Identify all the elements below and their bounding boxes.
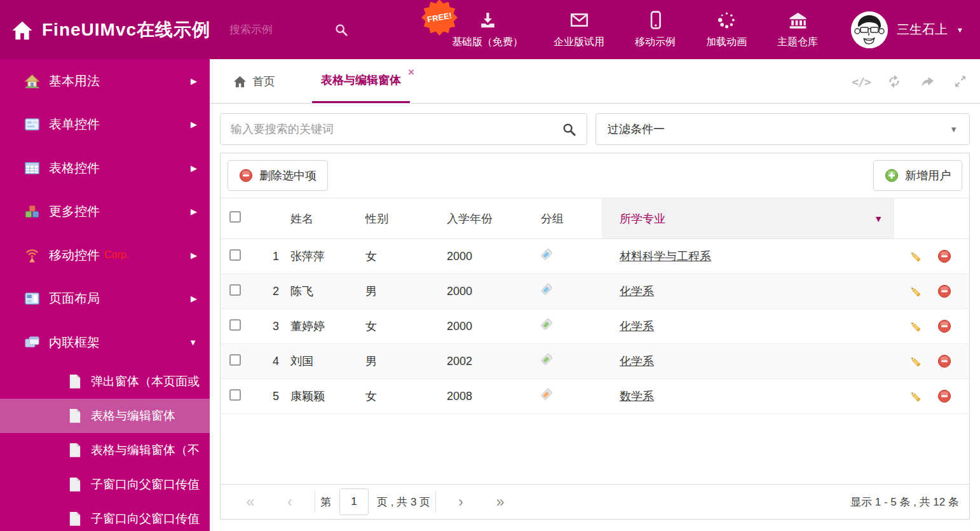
- header-search-input[interactable]: [229, 24, 334, 36]
- keyword-search-input[interactable]: [231, 123, 562, 136]
- add-user-button[interactable]: 新增用户: [873, 160, 962, 191]
- sidebar-subitem[interactable]: 表格与编辑窗体（不...: [0, 433, 210, 467]
- edit-icon[interactable]: [908, 284, 922, 298]
- row-checkbox[interactable]: [229, 389, 241, 401]
- tab-bar: 首页 × 表格与编辑窗体 × </>: [210, 59, 980, 104]
- prev-page-icon[interactable]: ‹: [270, 495, 310, 509]
- cell-name: 刘国: [288, 354, 363, 369]
- header-nav-item[interactable]: 移动示例: [620, 10, 691, 49]
- filter-dropdown[interactable]: 过滤条件一 ▼: [595, 113, 970, 145]
- cell-name: 康颖颖: [288, 389, 363, 404]
- plus-icon: [885, 169, 899, 183]
- delete-icon[interactable]: [937, 284, 951, 298]
- sidebar-item-label: 更多控件: [49, 203, 100, 220]
- search-icon[interactable]: [562, 122, 576, 137]
- sidebar-item[interactable]: 页面布局 ▶: [0, 277, 210, 321]
- sidebar-subitem-label: 子窗口向父窗口传值...: [91, 511, 200, 527]
- page-number-input[interactable]: [339, 488, 369, 515]
- file-icon: [69, 511, 81, 526]
- sidebar-menu: 基本用法 ▶ 表单控件 ▶ 表格控件 ▶ 更多控件 ▶ 移动控件 Corp. ▶…: [0, 59, 210, 364]
- user-name: 三生石上: [897, 21, 948, 38]
- cell-name: 董婷婷: [288, 319, 363, 334]
- layout-icon: [24, 291, 40, 307]
- edit-icon[interactable]: [908, 354, 922, 368]
- form-icon: [24, 116, 40, 132]
- row-checkbox[interactable]: [229, 249, 241, 261]
- bank-icon: [788, 10, 808, 30]
- header-nav-item[interactable]: 企业版试用: [538, 10, 620, 49]
- header-nav-item[interactable]: FREE! 基础版（免费）: [437, 10, 538, 49]
- delete-icon[interactable]: [937, 354, 951, 368]
- sidebar-subitem-label: 表格与编辑窗体: [91, 408, 175, 424]
- source-code-icon[interactable]: </>: [853, 74, 869, 89]
- share-icon[interactable]: [919, 74, 936, 89]
- sidebar-subitem[interactable]: 子窗口向父窗口传值...: [0, 502, 210, 531]
- brand[interactable]: FineUIMvc在线示例: [0, 18, 210, 42]
- row-checkbox[interactable]: [229, 319, 241, 331]
- sidebar-item[interactable]: 移动控件 Corp. ▶: [0, 233, 210, 277]
- fullscreen-icon[interactable]: [952, 74, 969, 89]
- expand-arrow-icon: ▶: [191, 120, 197, 129]
- cell-year: 2008: [444, 390, 538, 403]
- first-page-icon[interactable]: «: [231, 495, 270, 509]
- row-index: 3: [250, 320, 288, 333]
- major-link[interactable]: 化学系: [620, 355, 654, 368]
- minus-icon: [239, 169, 253, 183]
- sidebar-item[interactable]: 表格控件 ▶: [0, 146, 210, 190]
- next-page-icon[interactable]: ›: [441, 495, 480, 509]
- sidebar-subitem-label: 表格与编辑窗体（不...: [91, 442, 200, 459]
- cubes-icon: [24, 203, 40, 219]
- cell-year: 2000: [444, 250, 538, 263]
- divider: [315, 491, 315, 513]
- edit-icon[interactable]: [908, 249, 922, 263]
- header-nav-item[interactable]: 主题仓库: [762, 10, 833, 49]
- delete-icon[interactable]: [937, 389, 951, 403]
- expand-arrow-icon: ▶: [191, 207, 197, 216]
- filter-row: 过滤条件一 ▼: [220, 113, 970, 145]
- file-icon: [69, 477, 81, 492]
- sidebar-subitem[interactable]: 弹出窗体（本页面或...: [0, 364, 210, 399]
- search-icon[interactable]: [334, 23, 348, 37]
- col-major[interactable]: 所学专业 ▼: [602, 198, 894, 238]
- row-checkbox[interactable]: [229, 354, 241, 366]
- refresh-icon[interactable]: [886, 74, 902, 89]
- major-link[interactable]: 数学系: [620, 390, 654, 403]
- nav-label: 基础版（免费）: [452, 36, 523, 49]
- sidebar-item[interactable]: 表单控件 ▶: [0, 103, 210, 147]
- tag-icon: [540, 283, 553, 296]
- table-header: 姓名 性别 入学年份 分组 所学专业 ▼: [221, 198, 969, 239]
- sidebar-item[interactable]: 基本用法 ▶: [0, 59, 210, 103]
- select-all-checkbox[interactable]: [229, 211, 241, 223]
- table-empty-space: [221, 414, 969, 484]
- cell-gender: 女: [363, 389, 444, 404]
- nav-label: 加载动画: [706, 36, 747, 49]
- sidebar-subitem[interactable]: 表格与编辑窗体: [0, 399, 210, 433]
- tab[interactable]: 首页 ×: [232, 59, 276, 103]
- delete-icon[interactable]: [937, 319, 951, 333]
- sidebar-item[interactable]: 内联框架 ▼: [0, 321, 210, 364]
- table-body: 1 张萍萍 女 2000 材料科学与工程系 2 陈飞 男 2000 化学系 3 …: [221, 239, 969, 414]
- sidebar-submenu: 弹出窗体（本页面或... 表格与编辑窗体 表格与编辑窗体（不... 子窗口向父窗…: [0, 364, 210, 531]
- major-link[interactable]: 化学系: [620, 285, 654, 298]
- sidebar-item-label: 基本用法: [49, 72, 100, 90]
- close-icon[interactable]: ×: [408, 67, 414, 78]
- sidebar-subitem[interactable]: 子窗口向父窗口传值: [0, 467, 210, 502]
- header-nav-item[interactable]: 加载动画: [691, 10, 762, 49]
- home-icon: [11, 20, 33, 40]
- last-page-icon[interactable]: »: [480, 495, 520, 509]
- major-link[interactable]: 化学系: [620, 320, 654, 333]
- tab[interactable]: 表格与编辑窗体 ×: [312, 59, 410, 103]
- sidebar-item[interactable]: 更多控件 ▶: [0, 190, 210, 234]
- edit-icon[interactable]: [908, 389, 922, 403]
- delete-icon[interactable]: [937, 249, 951, 263]
- major-link[interactable]: 材料科学与工程系: [620, 250, 711, 263]
- row-checkbox[interactable]: [229, 284, 241, 296]
- user-menu[interactable]: 三生石上 ▼: [833, 11, 980, 48]
- edit-icon[interactable]: [908, 319, 922, 333]
- expand-arrow-icon: ▶: [191, 76, 197, 86]
- record-summary: 显示 1 - 5 条 , 共 12 条: [850, 495, 959, 509]
- frames-icon: [24, 334, 40, 350]
- divider: [435, 491, 436, 513]
- delete-selected-button[interactable]: 删除选中项: [228, 160, 328, 191]
- cell-gender: 女: [363, 319, 444, 334]
